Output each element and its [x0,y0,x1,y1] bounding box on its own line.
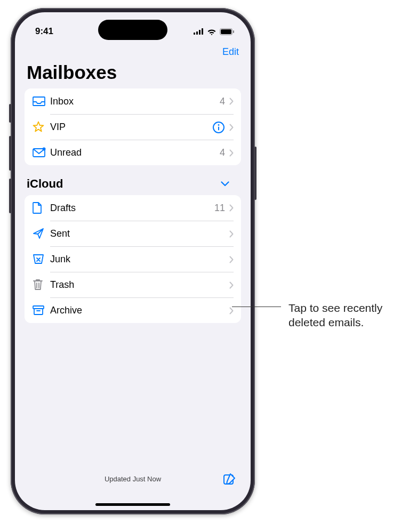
svg-rect-3 [202,28,203,35]
home-indicator [95,503,170,506]
chevron-right-icon [229,230,234,238]
mailbox-vip[interactable]: VIP [25,114,241,140]
star-icon [32,120,50,133]
phone-frame: 9:41 Edit Mailboxes Inbox4VIPUnread4 iCl… [11,8,255,514]
info-icon[interactable] [212,121,225,134]
mailbox-count: 11 [214,203,225,214]
mailbox-label: VIP [50,122,212,133]
draft-icon [32,201,50,214]
status-time: 9:41 [35,26,53,37]
archive-icon [32,305,50,316]
trash-icon [32,278,50,291]
mailbox-archive[interactable]: Archive [25,297,241,323]
inbox-icon [32,96,50,107]
callout-text: Tap to see recently deleted emails. [288,301,411,330]
compose-icon [222,480,237,488]
account-header-label: iCloud [27,177,63,191]
status-indicators [194,28,235,35]
nav-bar: Edit [15,43,251,60]
svg-rect-12 [33,306,44,309]
sent-icon [32,227,50,240]
mailbox-unread[interactable]: Unread4 [25,140,241,165]
battery-icon [220,28,235,35]
compose-button[interactable] [222,472,237,488]
svg-rect-6 [233,30,234,33]
mailbox-label: Trash [50,279,229,291]
mailbox-label: Archive [50,305,229,316]
svg-point-8 [218,124,220,126]
svg-rect-1 [196,31,198,35]
sync-status: Updated Just Now [105,475,161,483]
svg-point-11 [43,148,46,151]
chevron-right-icon [229,124,234,131]
svg-rect-5 [221,29,231,34]
svg-rect-0 [194,33,195,35]
mailbox-label: Unread [50,147,220,158]
junk-icon [32,253,50,265]
callout: Tap to see recently deleted emails. [232,301,411,330]
edit-button[interactable]: Edit [222,46,239,58]
mailbox-drafts[interactable]: Drafts11 [25,195,241,221]
smart-mailboxes-group: Inbox4VIPUnread4 [25,88,241,165]
volume-up-button [9,136,11,171]
side-button [254,147,256,200]
silent-switch [9,104,11,123]
mailbox-label: Drafts [50,203,214,214]
account-mailboxes-group: Drafts11SentJunkTrashArchive [25,195,241,323]
mailbox-inbox[interactable]: Inbox4 [25,88,241,114]
mailbox-label: Inbox [50,96,220,107]
account-section-header[interactable]: iCloud [25,165,241,195]
callout-line [232,307,281,307]
page-title: Mailboxes [15,60,251,88]
chevron-right-icon [229,204,234,212]
svg-rect-9 [218,126,219,130]
chevron-right-icon [229,98,234,105]
mailbox-list: Inbox4VIPUnread4 iCloud Drafts11SentJunk… [15,88,251,469]
mailbox-junk[interactable]: Junk [25,246,241,272]
wifi-icon [207,28,216,35]
svg-rect-2 [199,30,201,35]
volume-down-button [9,179,11,213]
unread-icon [32,147,50,158]
chevron-right-icon [229,149,234,157]
mailbox-sent[interactable]: Sent [25,221,241,246]
mailbox-label: Sent [50,228,229,239]
chevron-right-icon [229,281,234,289]
mailbox-count: 4 [220,147,225,158]
mailbox-label: Junk [50,254,229,265]
chevron-right-icon [229,256,234,263]
dynamic-island [98,20,167,40]
chevron-down-icon [221,179,229,189]
cellular-icon [194,28,204,35]
screen: 9:41 Edit Mailboxes Inbox4VIPUnread4 iCl… [15,12,251,510]
mailbox-count: 4 [220,96,225,107]
mailbox-trash[interactable]: Trash [25,272,241,297]
